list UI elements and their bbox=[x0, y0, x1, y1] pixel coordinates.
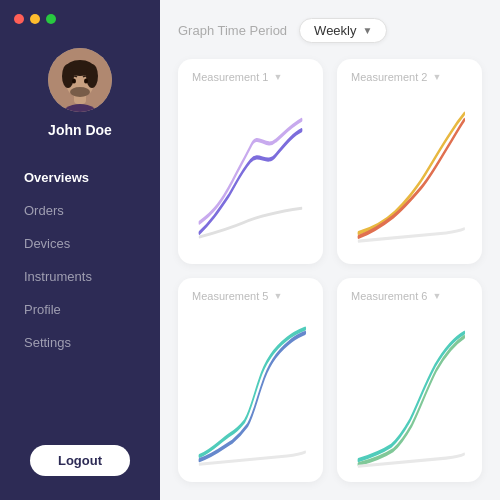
user-name: John Doe bbox=[48, 122, 112, 138]
card2-caret-icon: ▼ bbox=[432, 72, 441, 82]
card-measurement1: Measurement 1 ▼ bbox=[178, 59, 323, 264]
graph-time-period-label: Graph Time Period bbox=[178, 23, 287, 38]
top-bar: Graph Time Period Weekly ▼ bbox=[178, 18, 482, 43]
sidebar-item-profile[interactable]: Profile bbox=[0, 294, 160, 325]
main-content: Graph Time Period Weekly ▼ Measurement 1… bbox=[160, 0, 500, 500]
sidebar-item-devices[interactable]: Devices bbox=[0, 228, 160, 259]
sidebar-item-overviews[interactable]: Overviews bbox=[0, 162, 160, 193]
card2-header: Measurement 2 ▼ bbox=[351, 71, 468, 83]
fullscreen-button[interactable] bbox=[46, 14, 56, 24]
chart5-area bbox=[192, 308, 309, 473]
sidebar-item-settings[interactable]: Settings bbox=[0, 327, 160, 358]
avatar bbox=[48, 48, 112, 112]
card6-header: Measurement 6 ▼ bbox=[351, 290, 468, 302]
card5-label: Measurement 5 bbox=[192, 290, 268, 302]
card6-label: Measurement 6 bbox=[351, 290, 427, 302]
card6-caret-icon: ▼ bbox=[432, 291, 441, 301]
card1-caret-icon: ▼ bbox=[273, 72, 282, 82]
logout-button[interactable]: Logout bbox=[30, 445, 130, 476]
charts-grid: Measurement 1 ▼ Measurement 2 ▼ bbox=[178, 59, 482, 482]
period-value: Weekly bbox=[314, 23, 356, 38]
chevron-down-icon: ▼ bbox=[363, 25, 373, 36]
svg-point-9 bbox=[84, 79, 88, 84]
card-measurement6: Measurement 6 ▼ bbox=[337, 278, 482, 483]
card5-header: Measurement 5 ▼ bbox=[192, 290, 309, 302]
sidebar-item-orders[interactable]: Orders bbox=[0, 195, 160, 226]
chart1-area bbox=[192, 89, 309, 254]
minimize-button[interactable] bbox=[30, 14, 40, 24]
sidebar: John Doe Overviews Orders Devices Instru… bbox=[0, 0, 160, 500]
card-measurement2: Measurement 2 ▼ bbox=[337, 59, 482, 264]
card1-label: Measurement 1 bbox=[192, 71, 268, 83]
chart6-area bbox=[351, 308, 468, 473]
period-selector[interactable]: Weekly ▼ bbox=[299, 18, 387, 43]
svg-point-8 bbox=[72, 79, 76, 84]
chart2-area bbox=[351, 89, 468, 254]
nav-menu: Overviews Orders Devices Instruments Pro… bbox=[0, 162, 160, 358]
card5-caret-icon: ▼ bbox=[273, 291, 282, 301]
close-button[interactable] bbox=[14, 14, 24, 24]
card-measurement5: Measurement 5 ▼ bbox=[178, 278, 323, 483]
window-controls bbox=[14, 14, 56, 24]
svg-point-7 bbox=[70, 87, 90, 97]
sidebar-item-instruments[interactable]: Instruments bbox=[0, 261, 160, 292]
card1-header: Measurement 1 ▼ bbox=[192, 71, 309, 83]
card2-label: Measurement 2 bbox=[351, 71, 427, 83]
